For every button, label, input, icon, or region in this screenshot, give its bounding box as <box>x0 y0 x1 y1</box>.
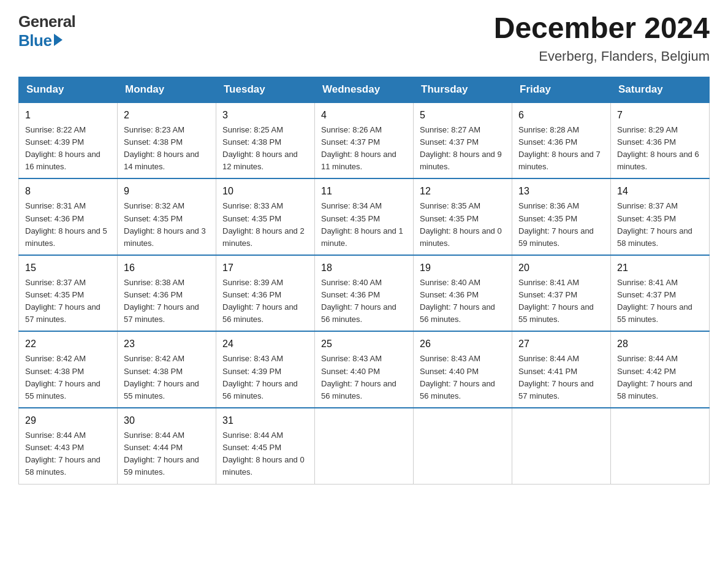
day-number: 28 <box>617 337 703 351</box>
day-info: Sunrise: 8:35 AMSunset: 4:35 PMDaylight:… <box>420 201 502 247</box>
calendar-week-row: 22 Sunrise: 8:42 AMSunset: 4:38 PMDaylig… <box>19 331 710 408</box>
day-info: Sunrise: 8:41 AMSunset: 4:37 PMDaylight:… <box>617 278 692 324</box>
day-info: Sunrise: 8:26 AMSunset: 4:37 PMDaylight:… <box>321 125 396 171</box>
table-row: 3 Sunrise: 8:25 AMSunset: 4:38 PMDayligh… <box>216 102 315 179</box>
table-row: 28 Sunrise: 8:44 AMSunset: 4:42 PMDaylig… <box>611 331 710 408</box>
day-number: 15 <box>25 261 111 275</box>
table-row: 2 Sunrise: 8:23 AMSunset: 4:38 PMDayligh… <box>118 102 216 179</box>
col-thursday: Thursday <box>414 77 512 102</box>
col-friday: Friday <box>512 77 611 102</box>
table-row: 22 Sunrise: 8:42 AMSunset: 4:38 PMDaylig… <box>19 331 118 408</box>
day-info: Sunrise: 8:29 AMSunset: 4:36 PMDaylight:… <box>617 125 699 171</box>
table-row: 16 Sunrise: 8:38 AMSunset: 4:36 PMDaylig… <box>118 255 216 332</box>
table-row: 7 Sunrise: 8:29 AMSunset: 4:36 PMDayligh… <box>611 102 710 179</box>
table-row: 30 Sunrise: 8:44 AMSunset: 4:44 PMDaylig… <box>118 408 216 484</box>
day-number: 29 <box>25 413 111 428</box>
month-title: December 2024 <box>494 12 710 45</box>
day-info: Sunrise: 8:27 AMSunset: 4:37 PMDaylight:… <box>420 125 502 171</box>
day-info: Sunrise: 8:43 AMSunset: 4:40 PMDaylight:… <box>321 354 396 400</box>
day-number: 2 <box>124 108 210 123</box>
col-saturday: Saturday <box>611 77 710 102</box>
col-wednesday: Wednesday <box>315 77 414 102</box>
day-number: 24 <box>222 337 308 351</box>
day-info: Sunrise: 8:43 AMSunset: 4:40 PMDaylight:… <box>420 354 495 400</box>
table-row: 4 Sunrise: 8:26 AMSunset: 4:37 PMDayligh… <box>315 102 414 179</box>
day-info: Sunrise: 8:23 AMSunset: 4:38 PMDaylight:… <box>124 125 199 171</box>
table-row: 25 Sunrise: 8:43 AMSunset: 4:40 PMDaylig… <box>315 331 414 408</box>
day-info: Sunrise: 8:34 AMSunset: 4:35 PMDaylight:… <box>321 201 403 247</box>
day-number: 6 <box>518 108 604 123</box>
table-row: 12 Sunrise: 8:35 AMSunset: 4:35 PMDaylig… <box>414 178 512 255</box>
day-info: Sunrise: 8:31 AMSunset: 4:36 PMDaylight:… <box>25 201 107 247</box>
day-number: 1 <box>25 108 111 123</box>
day-number: 13 <box>518 184 604 199</box>
day-number: 14 <box>617 184 703 199</box>
day-number: 5 <box>420 108 506 123</box>
calendar-week-row: 29 Sunrise: 8:44 AMSunset: 4:43 PMDaylig… <box>19 408 710 484</box>
table-row: 31 Sunrise: 8:44 AMSunset: 4:45 PMDaylig… <box>216 408 315 484</box>
calendar-week-row: 15 Sunrise: 8:37 AMSunset: 4:35 PMDaylig… <box>19 255 710 332</box>
day-info: Sunrise: 8:25 AMSunset: 4:38 PMDaylight:… <box>222 125 298 171</box>
day-number: 26 <box>420 337 506 351</box>
day-info: Sunrise: 8:36 AMSunset: 4:35 PMDaylight:… <box>518 201 594 247</box>
table-row: 9 Sunrise: 8:32 AMSunset: 4:35 PMDayligh… <box>118 178 216 255</box>
day-number: 21 <box>617 261 703 275</box>
table-row: 20 Sunrise: 8:41 AMSunset: 4:37 PMDaylig… <box>512 255 611 332</box>
day-info: Sunrise: 8:28 AMSunset: 4:36 PMDaylight:… <box>518 125 601 171</box>
table-row: 21 Sunrise: 8:41 AMSunset: 4:37 PMDaylig… <box>611 255 710 332</box>
table-row: 26 Sunrise: 8:43 AMSunset: 4:40 PMDaylig… <box>414 331 512 408</box>
day-number: 4 <box>321 108 407 123</box>
day-number: 20 <box>518 261 604 275</box>
table-row: 27 Sunrise: 8:44 AMSunset: 4:41 PMDaylig… <box>512 331 611 408</box>
col-sunday: Sunday <box>19 77 118 102</box>
day-number: 11 <box>321 184 407 199</box>
day-number: 3 <box>222 108 308 123</box>
table-row: 18 Sunrise: 8:40 AMSunset: 4:36 PMDaylig… <box>315 255 414 332</box>
day-info: Sunrise: 8:43 AMSunset: 4:39 PMDaylight:… <box>222 354 298 400</box>
title-section: December 2024 Everberg, Flanders, Belgiu… <box>494 12 710 64</box>
table-row: 23 Sunrise: 8:42 AMSunset: 4:38 PMDaylig… <box>118 331 216 408</box>
logo: General Blue <box>18 12 75 50</box>
table-row: 13 Sunrise: 8:36 AMSunset: 4:35 PMDaylig… <box>512 178 611 255</box>
day-number: 25 <box>321 337 407 351</box>
day-info: Sunrise: 8:44 AMSunset: 4:44 PMDaylight:… <box>124 431 199 477</box>
day-info: Sunrise: 8:37 AMSunset: 4:35 PMDaylight:… <box>25 278 100 324</box>
page-header: General Blue December 2024 Everberg, Fla… <box>18 12 710 64</box>
day-number: 27 <box>518 337 604 351</box>
table-row: 17 Sunrise: 8:39 AMSunset: 4:36 PMDaylig… <box>216 255 315 332</box>
header-row: Sunday Monday Tuesday Wednesday Thursday… <box>19 77 710 102</box>
table-row <box>611 408 710 484</box>
day-number: 30 <box>124 413 210 428</box>
table-row: 8 Sunrise: 8:31 AMSunset: 4:36 PMDayligh… <box>19 178 118 255</box>
table-row: 1 Sunrise: 8:22 AMSunset: 4:39 PMDayligh… <box>19 102 118 179</box>
day-info: Sunrise: 8:42 AMSunset: 4:38 PMDaylight:… <box>25 354 100 400</box>
table-row: 10 Sunrise: 8:33 AMSunset: 4:35 PMDaylig… <box>216 178 315 255</box>
day-info: Sunrise: 8:42 AMSunset: 4:38 PMDaylight:… <box>124 354 199 400</box>
day-info: Sunrise: 8:44 AMSunset: 4:42 PMDaylight:… <box>617 354 692 400</box>
day-number: 7 <box>617 108 703 123</box>
table-row: 19 Sunrise: 8:40 AMSunset: 4:36 PMDaylig… <box>414 255 512 332</box>
table-row: 24 Sunrise: 8:43 AMSunset: 4:39 PMDaylig… <box>216 331 315 408</box>
col-monday: Monday <box>118 77 216 102</box>
day-number: 23 <box>124 337 210 351</box>
calendar-table: Sunday Monday Tuesday Wednesday Thursday… <box>18 77 710 484</box>
table-row: 14 Sunrise: 8:37 AMSunset: 4:35 PMDaylig… <box>611 178 710 255</box>
location-text: Everberg, Flanders, Belgium <box>494 48 710 64</box>
calendar-body: 1 Sunrise: 8:22 AMSunset: 4:39 PMDayligh… <box>19 102 710 484</box>
logo-general-text: General <box>18 12 75 31</box>
day-info: Sunrise: 8:37 AMSunset: 4:35 PMDaylight:… <box>617 201 692 247</box>
calendar-header: Sunday Monday Tuesday Wednesday Thursday… <box>19 77 710 102</box>
table-row: 15 Sunrise: 8:37 AMSunset: 4:35 PMDaylig… <box>19 255 118 332</box>
day-info: Sunrise: 8:22 AMSunset: 4:39 PMDaylight:… <box>25 125 100 171</box>
table-row: 5 Sunrise: 8:27 AMSunset: 4:37 PMDayligh… <box>414 102 512 179</box>
logo-blue-text: Blue <box>18 31 51 50</box>
day-info: Sunrise: 8:32 AMSunset: 4:35 PMDaylight:… <box>124 201 206 247</box>
day-info: Sunrise: 8:41 AMSunset: 4:37 PMDaylight:… <box>518 278 594 324</box>
day-number: 31 <box>222 413 308 428</box>
day-info: Sunrise: 8:39 AMSunset: 4:36 PMDaylight:… <box>222 278 298 324</box>
day-info: Sunrise: 8:44 AMSunset: 4:45 PMDaylight:… <box>222 431 305 477</box>
day-info: Sunrise: 8:40 AMSunset: 4:36 PMDaylight:… <box>321 278 396 324</box>
day-info: Sunrise: 8:40 AMSunset: 4:36 PMDaylight:… <box>420 278 495 324</box>
day-number: 16 <box>124 261 210 275</box>
day-number: 10 <box>222 184 308 199</box>
